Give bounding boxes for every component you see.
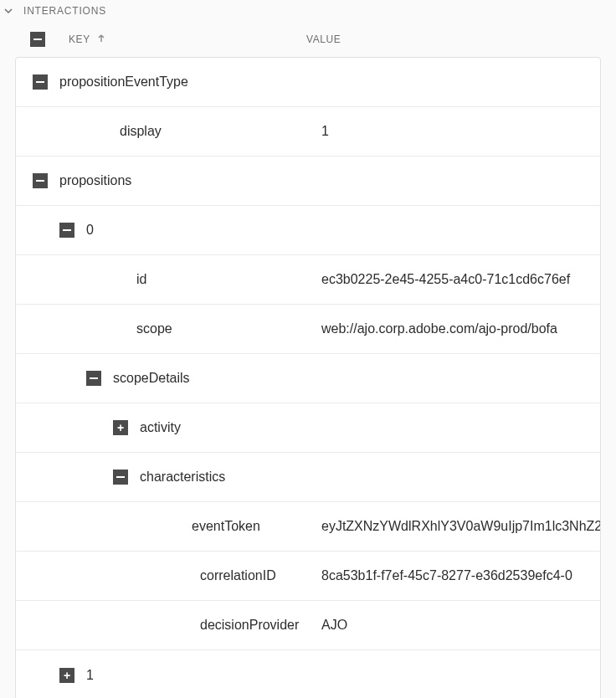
key-label: 0 — [86, 223, 94, 238]
collapse-icon[interactable] — [33, 74, 48, 90]
table-header: KEY VALUE — [0, 22, 616, 57]
value-cell: web://ajo.corp.adobe.com/ajo-prod/bofa — [321, 321, 600, 336]
tree-table: propositionEventTypedisplay1propositions… — [15, 57, 601, 698]
tree-row: display1 — [16, 107, 600, 157]
key-cell: 0 — [33, 223, 321, 238]
tree-row: propositionEventType — [16, 58, 600, 107]
key-cell: 1 — [33, 668, 321, 683]
key-cell: characteristics — [33, 470, 321, 485]
tree-row: 0 — [16, 206, 600, 255]
value-cell: 8ca53b1f-f7ef-45c7-8277-e36d2539efc4-0 — [321, 568, 600, 583]
key-cell: scope — [33, 321, 321, 336]
value-column-header[interactable]: VALUE — [306, 33, 341, 45]
expand-icon[interactable] — [113, 420, 128, 435]
key-label: 1 — [86, 668, 94, 683]
key-cell: decisionProvider — [33, 618, 321, 633]
key-cell: correlationID — [33, 568, 321, 583]
collapse-icon[interactable] — [86, 371, 101, 386]
key-cell: propositions — [33, 173, 321, 188]
key-label: activity — [140, 420, 181, 435]
key-label: scope — [136, 321, 172, 336]
tree-row: scopeDetails — [16, 354, 600, 403]
tree-row: activity — [16, 403, 600, 453]
tree-row: 1 — [16, 650, 600, 698]
tree-row: propositions — [16, 157, 600, 206]
sort-ascending-icon[interactable] — [97, 33, 105, 45]
key-label: propositionEventType — [59, 74, 188, 90]
tree-row: decisionProviderAJO — [16, 601, 600, 650]
collapse-all-toggle[interactable] — [30, 32, 45, 47]
key-label: eventToken — [192, 519, 260, 534]
key-cell: propositionEventType — [33, 74, 321, 90]
tree-row: characteristics — [16, 453, 600, 502]
section-title: INTERACTIONS — [23, 5, 106, 17]
key-label: id — [136, 272, 146, 287]
expand-icon[interactable] — [59, 668, 74, 683]
tree-row: scopeweb://ajo.corp.adobe.com/ajo-prod/b… — [16, 305, 600, 354]
key-label: correlationID — [200, 568, 276, 583]
collapse-icon[interactable] — [33, 173, 48, 188]
key-label: display — [120, 124, 162, 139]
tree-row: idec3b0225-2e45-4255-a4c0-71c1cd6c76ef — [16, 255, 600, 305]
key-cell: id — [33, 272, 321, 287]
key-cell: scopeDetails — [33, 371, 321, 386]
collapse-icon[interactable] — [59, 223, 74, 238]
value-cell: AJO — [321, 618, 600, 633]
key-column-header[interactable]: KEY — [69, 33, 90, 45]
key-label: scopeDetails — [113, 371, 190, 386]
value-cell: eyJtZXNzYWdlRXhlY3V0aW9uIjp7Im1lc3NhZ2V — [321, 519, 600, 534]
value-cell: ec3b0225-2e45-4255-a4c0-71c1cd6c76ef — [321, 272, 600, 287]
key-label: decisionProvider — [200, 618, 299, 633]
section-header[interactable]: INTERACTIONS — [0, 0, 616, 22]
key-cell: display — [33, 124, 321, 139]
tree-row: eventTokeneyJtZXNzYWdlRXhlY3V0aW9uIjp7Im… — [16, 502, 600, 552]
collapse-icon[interactable] — [113, 470, 128, 485]
key-cell: eventToken — [33, 519, 321, 534]
tree-row: correlationID8ca53b1f-f7ef-45c7-8277-e36… — [16, 552, 600, 601]
key-label: characteristics — [140, 470, 225, 485]
chevron-down-icon — [3, 6, 13, 16]
key-cell: activity — [33, 420, 321, 435]
value-cell: 1 — [321, 124, 600, 139]
key-label: propositions — [59, 173, 131, 188]
